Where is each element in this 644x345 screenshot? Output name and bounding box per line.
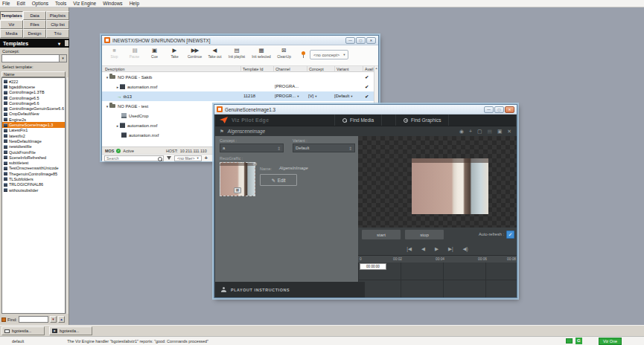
minimize-icon[interactable]: — bbox=[345, 37, 355, 44]
tab-data[interactable]: Data bbox=[23, 11, 46, 20]
template-list-item[interactable]: TRLOGICFINAL86 bbox=[2, 182, 65, 187]
template-list-item[interactable]: TLSubfolders bbox=[2, 176, 65, 181]
template-list-scrollbar[interactable] bbox=[66, 77, 68, 314]
template-list-item[interactable]: ControlImageGenuinScene6.6 bbox=[2, 106, 65, 111]
template-list-item[interactable]: latestfix2 bbox=[2, 133, 65, 138]
template-list-item[interactable]: Engine2s bbox=[2, 117, 65, 122]
template-list-item[interactable]: ThegenuinControlImage85 bbox=[2, 171, 65, 176]
template-list-item-selected[interactable]: GenuineSceneImage1.3 bbox=[2, 122, 65, 127]
find-prev-button[interactable]: ▲ bbox=[58, 316, 65, 323]
row-concept-dropdown[interactable]: [V]▾ bbox=[308, 91, 316, 101]
template-list-item[interactable]: CropDefaultNew bbox=[2, 112, 65, 117]
search-input[interactable] bbox=[105, 156, 163, 161]
close-template-icon[interactable]: ✕ bbox=[507, 129, 511, 135]
playlist-titlebar[interactable]: INEWSTX/SHOW SIN/RUNDOWN [INEWSTX] — ▢ ✕ bbox=[102, 36, 378, 45]
menu-edit[interactable]: Edit bbox=[16, 1, 25, 6]
playlist-row-selected[interactable]: → tb13 11218 [PROGR...▾ [V]▾ [Default▾ ✔ bbox=[102, 91, 378, 101]
tab-templates[interactable]: Templates bbox=[0, 11, 23, 20]
menu-windows[interactable]: Windows bbox=[103, 1, 122, 6]
minimize-icon[interactable]: — bbox=[484, 106, 494, 113]
continue-button[interactable]: ▶▶Continue bbox=[185, 47, 205, 59]
template-list-item[interactable]: ControlImage1.3TB bbox=[2, 90, 65, 95]
concept-combobox[interactable]: ▾ bbox=[1, 54, 67, 62]
take-button[interactable]: ▶Take bbox=[165, 47, 185, 59]
find-graphics-button[interactable]: Find Graphics bbox=[395, 115, 449, 126]
col-variant[interactable]: Variant bbox=[334, 66, 348, 72]
template-list-item[interactable]: subtitletest bbox=[2, 160, 65, 165]
col-available[interactable]: Avail bbox=[363, 66, 373, 72]
cue-button[interactable]: ▣Cue bbox=[144, 47, 165, 59]
take-out-button[interactable]: ◀Take out bbox=[205, 47, 225, 59]
tab-design[interactable]: Design bbox=[23, 29, 46, 38]
filter-dropdown[interactable]: <no filter> ▾ bbox=[174, 155, 202, 161]
timeline-ruler[interactable]: 0 00:02 00:04 00:06 00:08 bbox=[358, 255, 517, 262]
maximize-icon[interactable]: ▢ bbox=[494, 106, 504, 113]
template-list-item[interactable]: TestOnscreenswithUnicode bbox=[2, 166, 65, 171]
form-variant-select[interactable]: Default ⇕ bbox=[293, 144, 355, 152]
tab-viz[interactable]: Viz bbox=[0, 20, 23, 29]
chevron-down-icon[interactable]: ▾ bbox=[59, 55, 66, 62]
init-playlist-button[interactable]: ▤Init playlist bbox=[225, 47, 249, 59]
add-filter-button[interactable]: + bbox=[205, 155, 208, 161]
play-icon[interactable]: ▶ bbox=[435, 246, 439, 252]
cleanup-button[interactable]: ⊠CleanUp bbox=[274, 47, 294, 59]
add-icon[interactable]: + bbox=[469, 129, 472, 134]
step-back-icon[interactable]: ◀ bbox=[421, 246, 425, 252]
template-list-item[interactable]: #222 bbox=[2, 79, 65, 84]
col-channel[interactable]: Channel bbox=[273, 66, 290, 72]
tab-files[interactable]: Files bbox=[23, 20, 46, 29]
templates-section-header[interactable]: Templates ▾ bbox=[0, 39, 69, 48]
menu-viz-engine[interactable]: Viz Engine bbox=[73, 1, 96, 6]
tab-clip-list[interactable]: Clip list bbox=[46, 20, 69, 29]
pilot-titlebar[interactable]: GenuineSceneImage1.3 — ▢ ✕ bbox=[214, 105, 517, 115]
filter-funnel-icon[interactable] bbox=[167, 156, 171, 160]
template-list-item[interactable]: NewDefaultImage bbox=[2, 138, 65, 144]
menu-tools[interactable]: Tools bbox=[55, 1, 66, 6]
tab-trio[interactable]: Trio bbox=[46, 29, 69, 38]
taskbar-button-clip[interactable]: ▶ bgotestla... bbox=[49, 326, 92, 335]
template-list-item[interactable]: ControlImage6.6 bbox=[2, 100, 65, 106]
new-page-icon[interactable]: ▢ bbox=[477, 129, 482, 135]
tab-media[interactable]: Media bbox=[0, 29, 23, 38]
template-list-item[interactable]: withoutsubslider bbox=[2, 187, 65, 193]
playout-instructions-bar[interactable]: PLAYOUT INSTRUCTIONS bbox=[215, 282, 365, 297]
find-media-button[interactable]: Find Media bbox=[334, 115, 382, 126]
concept-dropdown[interactable]: <no concept> ▾ bbox=[310, 50, 348, 59]
menu-file[interactable]: File bbox=[2, 1, 10, 6]
jump-start-icon[interactable]: |◀ bbox=[407, 246, 412, 252]
init-selected-button[interactable]: ▦Init selected bbox=[249, 47, 274, 59]
preview-eye-icon[interactable]: ◉ bbox=[459, 129, 464, 135]
row-variant-dropdown[interactable]: [Default▾ bbox=[334, 91, 353, 101]
stop-button[interactable]: stop bbox=[405, 230, 444, 239]
playlist-row[interactable]: ▸ automation.mxf [PROGRA... ✔ bbox=[102, 82, 378, 91]
row-channel-dropdown[interactable]: [PROGR...▾ bbox=[275, 91, 299, 101]
maximize-icon[interactable]: ▢ bbox=[356, 37, 366, 44]
template-list-item[interactable]: SceneInfoRefreshed bbox=[2, 155, 65, 160]
image-field-thumbnail[interactable]: ▦ ◎ bbox=[220, 162, 255, 196]
edit-image-button[interactable]: ✎ Edit bbox=[260, 174, 297, 186]
speaker-icon[interactable]: ◀) bbox=[463, 246, 468, 252]
start-button[interactable]: start bbox=[362, 230, 401, 239]
auto-refresh-checkbox[interactable]: ✓ bbox=[506, 230, 514, 239]
col-description[interactable]: Description bbox=[103, 66, 125, 72]
save-as-icon[interactable]: ▣ bbox=[497, 129, 502, 135]
form-concept-select[interactable]: a ⇕ bbox=[220, 144, 284, 152]
template-list-item[interactable]: newtdtestfile bbox=[2, 144, 65, 149]
col-concept[interactable]: Concept bbox=[307, 66, 324, 72]
bookmark-icon[interactable]: ⚑ bbox=[220, 129, 224, 135]
close-icon[interactable]: ✕ bbox=[366, 37, 376, 44]
close-icon[interactable]: ✕ bbox=[505, 106, 514, 113]
name-column-header[interactable]: Name bbox=[1, 71, 66, 77]
step-forward-icon[interactable]: ▶| bbox=[448, 246, 453, 252]
playlist-row-group[interactable]: ▾ NO PAGE - Sakib ✔ bbox=[102, 72, 378, 82]
menu-options[interactable]: Options bbox=[32, 1, 48, 6]
template-list-item[interactable]: ControlImage6.5 bbox=[2, 95, 65, 100]
tab-playlists[interactable]: Playlists bbox=[46, 11, 69, 20]
menu-help[interactable]: Help bbox=[130, 1, 139, 6]
col-template-id[interactable]: Template Id bbox=[240, 66, 263, 72]
find-input[interactable] bbox=[19, 316, 48, 323]
taskbar-button-preview[interactable]: bgotestla... bbox=[1, 326, 45, 335]
pause-button[interactable]: ▮▮Pause bbox=[124, 47, 144, 59]
find-next-button[interactable]: ▼ bbox=[50, 316, 57, 323]
template-list-item[interactable]: LatestFix1 bbox=[2, 128, 65, 133]
